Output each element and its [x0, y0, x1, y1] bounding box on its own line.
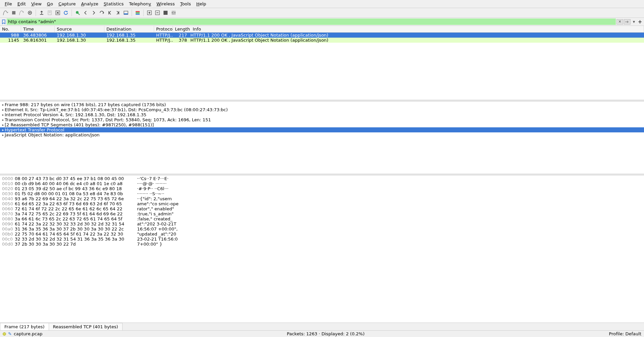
find-packet-icon[interactable] [74, 9, 81, 16]
go-last-icon[interactable] [114, 9, 122, 16]
hex-row[interactable]: 002001 23 05 39 d2 50 ae cf bc 99 43 36 … [0, 186, 644, 191]
hex-row[interactable]: 000008 00 27 43 73 bc d0 37 45 ee 37 b1 … [0, 176, 644, 181]
svg-rect-0 [12, 11, 15, 14]
hex-row[interactable]: 00b022 75 70 64 61 74 65 64 5f 61 74 22 … [0, 231, 644, 237]
zoom-reset-icon[interactable] [162, 9, 169, 16]
resize-columns-icon[interactable] [170, 9, 177, 16]
add-filter-button-icon[interactable]: + [637, 19, 643, 25]
go-first-icon[interactable] [106, 9, 113, 16]
close-file-icon[interactable] [54, 9, 61, 16]
packet-row[interactable]: 114536.816301192.168.1.30192.168.1.35HTT… [0, 38, 644, 43]
detail-row[interactable]: ▸Frame 988: 217 bytes on wire (1736 bits… [0, 102, 644, 107]
hex-row[interactable]: 003001 f5 02 d8 00 00 01 01 08 0a 53 e8 … [0, 191, 644, 196]
menu-bar: File Edit View Go Capture Analyze Statis… [0, 0, 644, 8]
svg-rect-13 [136, 12, 140, 13]
bytes-tab-bar: Frame (217 bytes) Reassembled TCP (401 b… [0, 323, 644, 330]
svg-point-1 [23, 11, 24, 12]
col-time[interactable]: Time [21, 26, 55, 32]
clear-filter-icon[interactable]: ✕ [616, 19, 623, 25]
hex-row[interactable]: 00d037 2b 30 30 3a 30 30 22 7d 7+00:00" … [0, 242, 644, 247]
packet-list-pane[interactable]: 98836.483806192.168.1.30192.168.1.35HTTP… [0, 33, 644, 100]
menu-capture[interactable]: Capture [56, 1, 79, 7]
go-forward-icon[interactable] [90, 9, 97, 16]
display-filter-bar: ✕ ▾ + [0, 18, 644, 26]
save-file-icon[interactable] [46, 9, 53, 16]
svg-point-3 [29, 12, 31, 13]
packet-bytes-pane[interactable]: 000008 00 27 43 73 bc d0 37 45 ee 37 b1 … [0, 175, 644, 323]
detail-row[interactable]: ▸[2 Reassembled TCP Segments (401 bytes)… [0, 122, 644, 127]
hex-row[interactable]: 005061 6d 65 22 3a 22 63 6f 73 6d 69 63 … [0, 201, 644, 206]
menu-file[interactable]: File [2, 1, 15, 7]
zoom-out-icon[interactable] [154, 9, 161, 16]
status-file: capture.pcap [14, 331, 43, 336]
svg-rect-14 [136, 14, 140, 15]
col-length-info[interactable]: Length Info [173, 26, 644, 32]
status-packets: Packets: 1263 · Displayed: 2 (0.2%) [287, 331, 365, 336]
menu-go[interactable]: Go [44, 1, 56, 7]
col-protocol[interactable]: Protocol [154, 26, 173, 32]
capture-options-icon[interactable] [26, 9, 34, 16]
detail-row[interactable]: ▸Internet Protocol Version 4, Src: 192.1… [0, 112, 644, 117]
hex-row[interactable]: 00703a 74 72 75 65 2c 22 69 73 5f 61 64 … [0, 211, 644, 216]
reload-icon[interactable] [62, 9, 70, 16]
menu-statistics[interactable]: Statistics [101, 1, 126, 7]
filter-history-icon[interactable]: ▾ [631, 19, 637, 25]
packet-details-pane[interactable]: ▸Frame 988: 217 bytes on wire (1736 bits… [0, 101, 644, 174]
go-back-icon[interactable] [82, 9, 89, 16]
open-file-icon[interactable] [38, 9, 45, 16]
restart-capture-icon[interactable] [18, 9, 26, 16]
stop-capture-icon[interactable] [10, 9, 17, 16]
detail-row[interactable]: ▸Ethernet II, Src: Tp-LinkT_ee:37:b1 (d0… [0, 107, 644, 112]
hex-row[interactable]: 009061 74 22 3a 22 32 30 32 33 2d 30 32 … [0, 221, 644, 226]
zoom-in-icon[interactable] [146, 9, 153, 16]
main-toolbar [0, 8, 644, 18]
hex-row[interactable]: 006072 61 74 6f 72 22 2c 22 65 6e 61 62 … [0, 206, 644, 211]
filter-bookmark-icon[interactable] [1, 19, 6, 25]
hex-row[interactable]: 004093 a6 7b 22 69 64 22 3a 32 2c 22 75 … [0, 196, 644, 201]
detail-row[interactable]: ▸JavaScript Object Notation: application… [0, 132, 644, 137]
svg-rect-11 [124, 13, 128, 14]
svg-line-9 [78, 13, 80, 15]
menu-analyze[interactable]: Analyze [79, 1, 101, 7]
svg-rect-12 [136, 11, 140, 12]
detail-row[interactable]: ▸Transmission Control Protocol, Src Port… [0, 117, 644, 122]
capture-comment-icon[interactable]: ✎ [8, 331, 12, 336]
menu-telephony[interactable]: Telephony [126, 1, 154, 7]
tab-reassembled[interactable]: Reassembled TCP (401 bytes) [49, 323, 123, 330]
apply-filter-icon[interactable] [624, 19, 631, 25]
col-destination[interactable]: Destination [104, 26, 154, 32]
hex-row[interactable]: 00c032 33 2d 30 32 2d 32 31 54 31 36 3a … [0, 237, 644, 242]
detail-row[interactable]: ▸Hypertext Transfer Protocol [0, 127, 644, 132]
status-profile[interactable]: Profile: Default [609, 331, 641, 336]
hex-row[interactable]: 00803a 66 61 6c 73 65 2c 22 63 72 65 61 … [0, 216, 644, 221]
hex-row[interactable]: 00a031 36 3a 35 36 3a 30 37 2b 30 30 3a … [0, 226, 644, 231]
svg-point-8 [76, 11, 79, 14]
jump-to-icon[interactable] [98, 9, 105, 16]
menu-help[interactable]: Help [193, 1, 209, 7]
packet-row[interactable]: 98836.483806192.168.1.30192.168.1.35HTTP… [0, 33, 644, 38]
menu-wireless[interactable]: Wireless [154, 1, 177, 7]
status-bar: ✎ capture.pcap Packets: 1263 · Displayed… [0, 330, 644, 337]
tab-frame[interactable]: Frame (217 bytes) [0, 323, 49, 330]
menu-view[interactable]: View [29, 1, 44, 7]
col-source[interactable]: Source [55, 26, 104, 32]
col-no[interactable]: No. [0, 26, 21, 32]
svg-rect-17 [164, 11, 168, 15]
start-capture-icon[interactable] [2, 9, 9, 16]
autoscroll-icon[interactable] [122, 9, 130, 16]
hex-row[interactable]: 001000 cb d9 b6 40 00 40 06 dc e4 c0 a8 … [0, 181, 644, 186]
menu-tools[interactable]: Tools [177, 1, 193, 7]
packet-list-header: No. Time Source Destination Protocol Len… [0, 26, 644, 33]
colorize-icon[interactable] [134, 9, 141, 16]
menu-edit[interactable]: Edit [15, 1, 29, 7]
expert-info-icon[interactable] [3, 332, 6, 336]
display-filter-input[interactable] [7, 18, 616, 25]
